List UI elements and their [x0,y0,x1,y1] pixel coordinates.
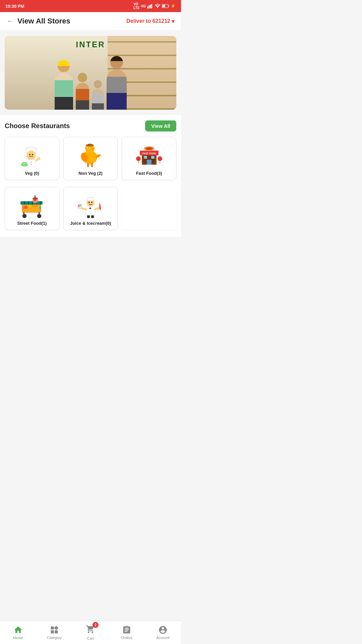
restaurant-name-nonveg: Non Veg (2) [78,171,103,176]
svg-point-70 [79,204,82,207]
svg-rect-30 [147,160,152,165]
svg-rect-32 [151,156,155,159]
svg-point-23 [88,148,89,149]
svg-point-14 [31,161,32,163]
chevron-down-icon: ▾ [172,18,174,24]
signal-icon [147,4,153,8]
restaurant-card-juice[interactable]: Juice & Icecream(0) [63,187,118,230]
section-header: Choose Restaurants View All [5,120,176,131]
deliver-label: Deliver to 621212 [126,18,170,24]
fast-food-icon: FAST FOOD [134,141,164,168]
svg-rect-73 [87,215,90,218]
svg-point-10 [26,151,36,160]
svg-rect-31 [144,156,147,159]
restaurant-name-streetfood: Street Food(1) [17,221,47,226]
banner-people [22,47,159,110]
juice-icecream-icon [75,191,106,218]
svg-point-12 [32,154,33,155]
svg-point-4 [157,7,158,8]
deliver-to-button[interactable]: Deliver to 621212 ▾ [126,18,174,24]
section-title: Choose Restaurants [5,122,70,130]
restaurant-card-nonveg[interactable]: Non Veg (2) [63,137,118,180]
non-veg-icon [75,141,106,168]
svg-rect-57 [35,195,36,201]
view-all-button[interactable]: View All [145,120,176,131]
svg-rect-25 [87,163,89,167]
header: ← View All Stores Deliver to 621212 ▾ [0,12,181,31]
restaurant-name-veg: Veg (0) [25,171,39,176]
svg-rect-3 [151,4,152,8]
svg-rect-74 [91,215,94,218]
svg-point-65 [91,202,93,203]
wifi-icon [155,4,161,8]
restaurant-name-fastfood: Fast Food(3) [136,171,162,176]
4g-icon: 4G [141,4,146,8]
svg-point-54 [24,206,27,209]
street-food-icon [17,191,47,218]
svg-point-11 [29,154,31,155]
svg-rect-1 [148,5,149,8]
svg-rect-6 [169,5,169,7]
svg-rect-13 [26,160,36,167]
promo-banner: INTER [5,36,176,110]
svg-point-27 [86,144,94,147]
restaurants-section: Choose Restaurants View All [0,115,181,237]
svg-rect-46 [20,201,43,205]
svg-rect-38 [138,159,138,164]
status-icons: VOLTE 4G ⚡ [133,2,176,10]
status-time: 10:30 PM [5,4,24,9]
svg-point-15 [31,164,32,165]
svg-text:FAST FOOD: FAST FOOD [142,152,156,155]
svg-rect-56 [32,205,38,207]
svg-rect-2 [150,5,151,8]
battery-icon [162,4,169,8]
svg-point-64 [88,202,90,203]
veg-chef-icon [17,141,47,168]
svg-rect-40 [160,159,160,164]
restaurant-card-streetfood[interactable]: Street Food(1) [5,187,59,230]
restaurant-name-juice: Juice & Icecream(0) [70,221,111,226]
svg-rect-63 [88,198,93,201]
charging-icon: ⚡ [171,4,176,8]
svg-point-44 [22,214,26,218]
restaurant-grid-row2: Street Food(1) [5,187,176,234]
page-title: View All Stores [17,17,70,25]
svg-rect-59 [39,206,41,209]
svg-rect-19 [22,162,26,165]
volte-icon: VOLTE [133,2,139,10]
svg-rect-26 [91,163,93,167]
restaurant-card-empty [122,187,176,230]
svg-rect-0 [147,6,148,8]
svg-point-55 [28,205,31,208]
restaurant-card-veg[interactable]: Veg (0) [5,137,59,180]
svg-point-45 [37,214,41,218]
svg-rect-7 [163,5,165,7]
restaurant-grid-row1: Veg (0) [5,137,176,183]
svg-point-36 [145,147,153,150]
status-bar: 10:30 PM VOLTE 4G ⚡ [0,0,181,12]
back-button[interactable]: ← [7,17,14,25]
restaurant-card-fastfood[interactable]: FAST FOOD Fast Food(3) [122,137,176,180]
svg-rect-58 [22,206,24,209]
